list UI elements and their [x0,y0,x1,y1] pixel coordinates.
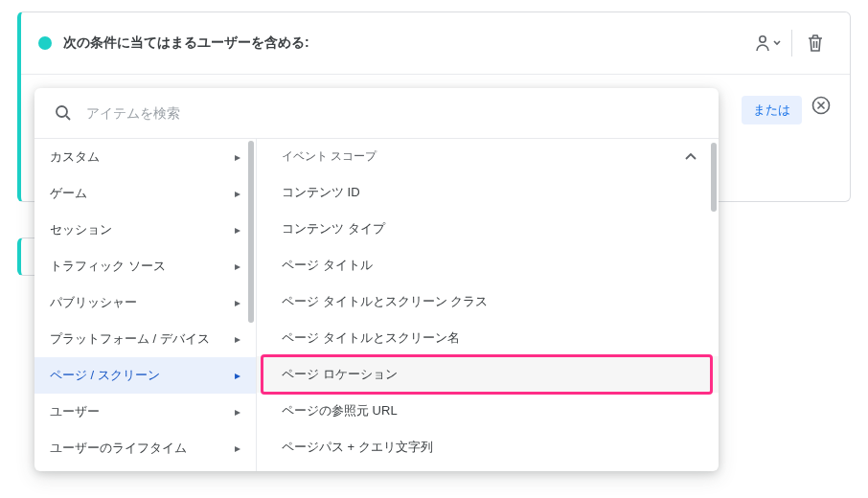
chevron-right-icon: ▸ [235,260,240,273]
scrollbar-thumb[interactable] [248,141,254,323]
category-label: パブリッシャー [50,294,137,311]
delete-button[interactable] [798,26,833,60]
option-item[interactable]: ページの参照元 URL [257,393,719,429]
chevron-right-icon: ▸ [235,150,240,164]
option-label: ページ ロケーション [282,367,398,381]
search-icon [54,103,73,123]
category-label: ユーザーのライフタイム [50,440,187,457]
chevron-right-icon: ▸ [235,369,240,382]
category-label: ゲーム [50,185,87,202]
option-label: ページ タイトルとスクリーン クラス [282,294,488,308]
chevron-up-icon [684,152,697,162]
trash-icon [807,34,824,53]
search-input[interactable] [86,105,699,121]
category-item[interactable]: カスタム▸ [34,139,256,175]
picker-columns: カスタム▸ゲーム▸セッション▸トラフィック ソース▸パブリッシャー▸プラットフォ… [34,138,719,471]
category-item[interactable]: ページ / スクリーン▸ [34,357,256,394]
header-left: 次の条件に当てはまるユーザーを含める: [38,34,309,52]
option-item[interactable]: ページパス + クエリ文字列 [257,429,719,465]
category-label: セッション [50,221,112,238]
category-label: ユーザー [50,403,100,420]
or-chip[interactable]: または [742,96,802,124]
person-icon [755,34,782,53]
option-label: ページパス + クエリ文字列 [282,440,433,454]
dimension-picker-panel: カスタム▸ゲーム▸セッション▸トラフィック ソース▸パブリッシャー▸プラットフォ… [34,88,719,471]
header-title: 次の条件に当てはまるユーザーを含める: [63,34,309,52]
option-item[interactable]: コンテンツ タイプ [257,211,719,247]
user-scope-dropdown[interactable] [751,26,786,60]
vertical-divider [791,30,792,57]
chevron-right-icon: ▸ [235,187,240,200]
category-item[interactable]: ユーザーのライフタイム▸ [34,430,256,466]
category-item[interactable]: プラットフォーム / デバイス▸ [34,321,256,357]
option-item[interactable]: ページ タイトルとスクリーン名 [257,320,719,356]
svg-point-2 [57,106,67,117]
category-label: ページ / スクリーン [50,367,160,384]
category-item[interactable]: パブリッシャー▸ [34,284,256,321]
category-column[interactable]: カスタム▸ゲーム▸セッション▸トラフィック ソース▸パブリッシャー▸プラットフォ… [34,139,257,471]
option-item[interactable]: ページ タイトルとスクリーン クラス [257,283,719,320]
option-item[interactable]: ページ タイトル [257,247,719,283]
chevron-right-icon: ▸ [235,405,240,419]
chevron-right-icon: ▸ [235,296,240,309]
options-column[interactable]: イベント スコープ コンテンツ IDコンテンツ タイプページ タイトルページ タ… [257,139,719,471]
category-item[interactable]: セッション▸ [34,212,256,248]
remove-condition-button[interactable] [811,96,831,115]
chevron-right-icon: ▸ [235,441,240,455]
category-label: トラフィック ソース [50,258,166,275]
option-item[interactable]: ページパス + クエリ文字列とスクリーン クラス [257,465,719,471]
category-item[interactable]: ゲーム▸ [34,175,256,212]
option-label: ページ タイトル [282,258,373,272]
options-group-header[interactable]: イベント スコープ [257,139,719,174]
option-label: ページの参照元 URL [282,403,398,418]
category-label: カスタム [50,148,100,166]
card-header: 次の条件に当てはまるユーザーを含める: [21,12,850,75]
category-item[interactable]: ユーザー▸ [34,394,256,430]
chevron-right-icon: ▸ [235,332,240,346]
option-item[interactable]: ページ ロケーション [257,356,719,393]
svg-point-0 [760,36,765,42]
chevron-right-icon: ▸ [235,223,240,237]
category-item[interactable]: ユーザー属性▸ [34,466,256,471]
condition-card-stub [17,238,34,276]
category-label: プラットフォーム / デバイス [50,330,210,348]
category-item[interactable]: トラフィック ソース▸ [34,248,256,284]
include-dot-icon [38,36,52,50]
option-label: コンテンツ タイプ [282,221,385,236]
group-header-label: イベント スコープ [282,148,377,165]
x-circle-icon [811,96,831,115]
option-label: コンテンツ ID [282,185,360,199]
scrollbar-thumb[interactable] [711,143,717,212]
search-row [34,88,719,138]
option-item[interactable]: コンテンツ ID [257,174,719,211]
option-label: ページ タイトルとスクリーン名 [282,330,460,345]
header-actions [751,26,833,60]
